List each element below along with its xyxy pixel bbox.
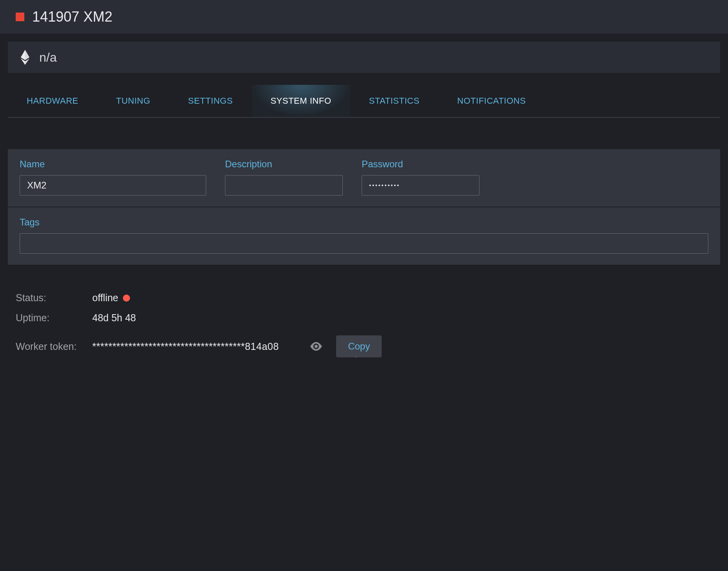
form-panel-tags: Tags (8, 207, 720, 265)
status-value: offline (92, 292, 118, 304)
ethereum-icon (20, 49, 31, 65)
tab-notifications[interactable]: NOTIFICATIONS (438, 85, 545, 117)
form-panel-identity: Name Description Password (8, 149, 720, 207)
svg-point-0 (315, 345, 318, 348)
name-input[interactable] (20, 175, 206, 196)
copy-button[interactable]: Copy (336, 335, 382, 357)
status-section: Status: offline Uptime: 48d 5h 48 Worker… (16, 292, 720, 357)
uptime-value: 48d 5h 48 (92, 312, 136, 324)
status-label: Status: (16, 292, 92, 304)
tab-settings[interactable]: SETTINGS (169, 85, 252, 117)
tags-input[interactable] (20, 233, 708, 254)
page-header: 141907 XM2 (0, 0, 728, 34)
tab-statistics[interactable]: STATISTICS (350, 85, 439, 117)
offline-dot-icon (123, 295, 130, 302)
password-input[interactable] (362, 175, 479, 196)
worker-token-label: Worker token: (16, 341, 92, 352)
status-indicator-icon (16, 13, 24, 21)
uptime-label: Uptime: (16, 312, 92, 324)
currency-label: n/a (39, 50, 57, 65)
password-label: Password (362, 159, 479, 170)
reveal-token-icon[interactable] (310, 342, 322, 351)
tab-hardware[interactable]: HARDWARE (8, 85, 97, 117)
page-title: 141907 XM2 (32, 9, 112, 25)
tab-system-info[interactable]: SYSTEM INFO (252, 85, 350, 117)
worker-token-value: **************************************81… (92, 341, 279, 352)
tags-label: Tags (20, 217, 708, 228)
description-input[interactable] (225, 175, 343, 196)
currency-bar[interactable]: n/a (8, 42, 720, 73)
tabs-nav: HARDWARE TUNING SETTINGS SYSTEM INFO STA… (8, 85, 720, 118)
tab-tuning[interactable]: TUNING (97, 85, 169, 117)
description-label: Description (225, 159, 343, 170)
name-label: Name (20, 159, 206, 170)
